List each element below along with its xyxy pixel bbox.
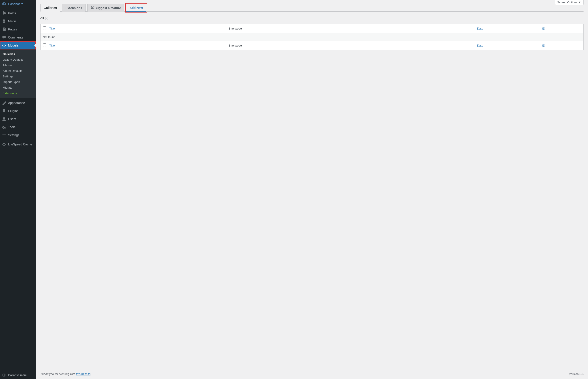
tab-extensions[interactable]: Extensions [62, 4, 85, 12]
pin-icon [2, 11, 6, 16]
user-icon [2, 117, 6, 121]
pages-icon [2, 27, 6, 32]
sidebar-item-comments[interactable]: Comments [0, 33, 36, 41]
filter-all[interactable]: All [40, 16, 44, 19]
cache-icon [2, 142, 6, 146]
tab-label: Suggest a feature [95, 6, 121, 10]
submenu-modula: Galleries Gallery Defaults Albums Album … [0, 49, 36, 98]
admin-footer: Thank you for creating with WordPress. V… [36, 369, 588, 379]
submenu-album-defaults[interactable]: Album Defaults [0, 68, 36, 74]
filter-count: (0) [45, 16, 48, 19]
sidebar-item-modula[interactable]: Modula [0, 41, 36, 49]
tab-galleries[interactable]: Galleries [40, 4, 60, 12]
column-shortcode: Shortcode [226, 24, 475, 33]
column-id[interactable]: ID [540, 24, 584, 33]
comment-icon [2, 35, 6, 40]
wrench-icon [2, 125, 6, 129]
submenu-migrate[interactable]: Migrate [0, 85, 36, 90]
content-area: Galleries Extensions Suggest a feature A… [36, 0, 588, 369]
screen-options-button[interactable]: Screen Options ▼ [555, 0, 584, 5]
submenu-settings[interactable]: Settings [0, 74, 36, 79]
column-id-footer[interactable]: ID [540, 41, 584, 50]
sidebar-item-litespeed[interactable]: LiteSpeed Cache [0, 140, 36, 148]
menu-label: Posts [8, 11, 16, 15]
table-header-row: Title Shortcode Date ID [41, 24, 584, 33]
submenu-galleries[interactable]: Galleries [0, 51, 36, 57]
select-all-footer [41, 41, 47, 50]
thanks-prefix: Thank you for creating with [40, 372, 76, 376]
main-content: Screen Options ▼ Galleries Extensions Su… [36, 0, 588, 379]
column-date-footer[interactable]: Date [475, 41, 540, 50]
screen-options-label: Screen Options [557, 1, 577, 4]
submenu-albums[interactable]: Albums [0, 63, 36, 68]
sidebar-item-pages[interactable]: Pages [0, 25, 36, 33]
chevron-down-icon: ▼ [578, 1, 581, 4]
sidebar-item-users[interactable]: Users [0, 115, 36, 123]
sliders-icon [2, 133, 6, 137]
galleries-table: Title Shortcode Date ID Not found Title … [40, 24, 584, 50]
tab-wrapper: Galleries Extensions Suggest a feature A… [40, 4, 584, 12]
menu-label: Dashboard [8, 2, 23, 6]
admin-sidebar: Dashboard Posts Media Pages Comments Mod… [0, 0, 36, 379]
dashboard-icon [2, 2, 6, 6]
menu-label: Tools [8, 125, 16, 129]
sidebar-item-plugins[interactable]: Plugins [0, 107, 36, 115]
select-all-checkbox[interactable] [43, 26, 46, 30]
plug-icon [2, 109, 6, 113]
tab-suggest-feature[interactable]: Suggest a feature [87, 4, 124, 12]
column-title-footer[interactable]: Title [47, 41, 226, 50]
empty-message: Not found [41, 33, 584, 41]
tab-add-new[interactable]: Add New [126, 4, 146, 12]
menu-label: Modula [8, 44, 18, 47]
submenu-import-export[interactable]: Import/Export [0, 79, 36, 85]
external-link-icon [91, 6, 94, 10]
menu-label: Users [8, 117, 16, 121]
select-all-header [41, 24, 47, 33]
sidebar-item-tools[interactable]: Tools [0, 123, 36, 131]
menu-label: Plugins [8, 109, 18, 113]
empty-row: Not found [41, 33, 584, 41]
brush-icon [2, 101, 6, 105]
sidebar-item-dashboard[interactable]: Dashboard [0, 0, 36, 8]
menu-label: Appearance [8, 101, 25, 105]
column-title[interactable]: Title [47, 24, 226, 33]
table-footer-row: Title Shortcode Date ID [41, 41, 584, 50]
select-all-checkbox-footer[interactable] [43, 43, 46, 47]
menu-label: Settings [8, 133, 19, 137]
sidebar-item-posts[interactable]: Posts [0, 9, 36, 17]
menu-label: LiteSpeed Cache [8, 142, 32, 146]
submenu-extensions[interactable]: Extensions [0, 90, 36, 96]
column-shortcode-footer: Shortcode [226, 41, 475, 50]
footer-version: Version 5.6 [569, 372, 584, 376]
menu-label: Media [8, 19, 16, 23]
submenu-gallery-defaults[interactable]: Gallery Defaults [0, 57, 36, 63]
gallery-icon [2, 43, 6, 48]
collapse-icon [2, 373, 6, 377]
sidebar-item-media[interactable]: Media [0, 17, 36, 25]
menu-label: Comments [8, 36, 23, 39]
menu-label: Pages [8, 28, 17, 31]
filter-links: All (0) [40, 16, 584, 19]
collapse-label: Collapse menu [8, 373, 28, 377]
media-icon [2, 19, 6, 23]
sidebar-item-appearance[interactable]: Appearance [0, 99, 36, 107]
footer-thanks: Thank you for creating with WordPress. [40, 372, 91, 376]
column-date[interactable]: Date [475, 24, 540, 33]
collapse-menu[interactable]: Collapse menu [0, 371, 36, 379]
wordpress-link[interactable]: WordPress [76, 372, 90, 376]
sidebar-item-settings[interactable]: Settings [0, 131, 36, 139]
